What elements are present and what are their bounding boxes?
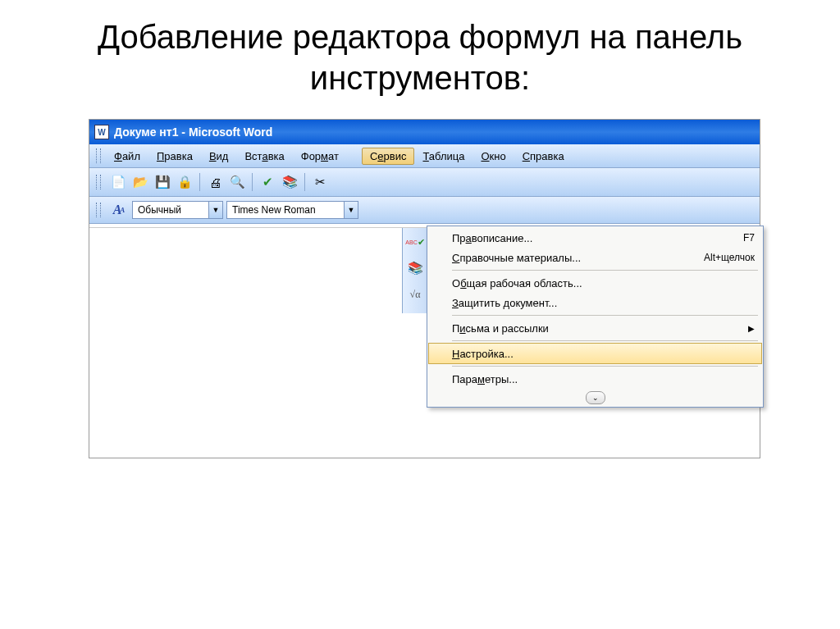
- expand-menu-button[interactable]: ⌄: [586, 391, 605, 404]
- menu-file[interactable]: Файл: [106, 148, 148, 165]
- menu-item-spelling[interactable]: Правописание... F7: [429, 228, 761, 248]
- cut-icon[interactable]: ✂: [310, 172, 330, 192]
- tools-dropdown-menu: Правописание... F7 Справочные материалы.…: [427, 226, 764, 408]
- print-icon[interactable]: 🖨: [205, 172, 225, 192]
- shortcut-label: Alt+щелчок: [704, 252, 755, 263]
- spellcheck-icon[interactable]: ✔: [258, 172, 277, 192]
- menu-help[interactable]: Справка: [514, 148, 573, 165]
- font-combo[interactable]: Times New Roman ▼: [226, 201, 358, 219]
- menu-item-shared-workspace[interactable]: Общая рабочая область...: [429, 273, 761, 293]
- permission-icon[interactable]: 🔒: [175, 172, 194, 192]
- menu-window[interactable]: Окно: [472, 148, 514, 165]
- slide-title: Добавление редактора формул на панель ин…: [33, 16, 807, 98]
- menu-tools[interactable]: Сервис: [362, 148, 415, 165]
- save-icon[interactable]: 💾: [153, 172, 172, 192]
- menu-separator: [452, 366, 758, 367]
- chevron-down-icon[interactable]: ▼: [344, 202, 358, 218]
- research-menu-icon: 📚: [404, 258, 426, 279]
- title-bar: W Докуме нт1 - Microsoft Word: [89, 120, 760, 144]
- toolbar-handle[interactable]: [96, 175, 101, 189]
- style-combo[interactable]: Обычный ▼: [132, 201, 223, 219]
- toolbar-handle[interactable]: [96, 203, 101, 217]
- separator: [252, 173, 253, 191]
- word-icon: W: [94, 125, 109, 139]
- chevron-down-icon[interactable]: ▼: [208, 202, 222, 218]
- styles-icon[interactable]: AA: [109, 201, 129, 219]
- print-preview-icon[interactable]: 🔍: [227, 172, 247, 192]
- open-icon[interactable]: 📂: [130, 172, 150, 192]
- menu-insert[interactable]: Вставка: [236, 148, 292, 165]
- document-area: ABC✔ 📚 √α Правописание... F7 Справочные …: [89, 228, 760, 458]
- standard-toolbar: 📄 📂 💾 🔒 🖨 🔍 ✔ 📚 ✂: [89, 168, 760, 197]
- submenu-arrow-icon: ▶: [748, 324, 755, 333]
- menu-edit[interactable]: Правка: [148, 148, 201, 165]
- menu-item-customize[interactable]: Настройка...: [428, 343, 762, 364]
- menu-item-options[interactable]: Параметры...: [429, 369, 761, 389]
- formula-icon: √α: [404, 284, 426, 305]
- menu-icon-strip: ABC✔ 📚 √α: [402, 228, 428, 313]
- menu-item-protect-document[interactable]: Защитить документ...: [429, 293, 761, 312]
- font-combo-value: Times New Roman: [227, 204, 344, 216]
- menu-view[interactable]: Вид: [201, 148, 237, 165]
- window-title: Докуме нт1 - Microsoft Word: [114, 125, 272, 139]
- toolbar-handle[interactable]: [96, 148, 101, 163]
- menu-format[interactable]: Формат: [293, 148, 347, 165]
- menu-separator: [452, 270, 758, 271]
- shortcut-label: F7: [743, 232, 755, 244]
- new-doc-icon[interactable]: 📄: [108, 172, 128, 192]
- chevron-double-down-icon: ⌄: [592, 394, 599, 402]
- spellcheck-menu-icon: ABC✔: [404, 231, 426, 253]
- menu-separator: [452, 340, 758, 341]
- menu-table[interactable]: Таблица: [414, 148, 472, 165]
- word-window: W Докуме нт1 - Microsoft Word Файл Правк…: [89, 119, 760, 458]
- formatting-toolbar: AA Обычный ▼ Times New Roman ▼: [89, 197, 760, 224]
- research-icon[interactable]: 📚: [280, 172, 299, 192]
- menu-expand-row: ⌄: [429, 389, 761, 405]
- menu-item-research[interactable]: Справочные материалы... Alt+щелчок: [429, 248, 761, 267]
- menu-bar: Файл Правка Вид Вставка Формат Сервис Та…: [89, 144, 760, 168]
- menu-item-letters-mailings[interactable]: Письма и рассылки ▶: [429, 318, 761, 338]
- separator: [199, 173, 200, 191]
- separator: [304, 173, 305, 191]
- menu-separator: [452, 315, 758, 316]
- style-combo-value: Обычный: [133, 204, 208, 216]
